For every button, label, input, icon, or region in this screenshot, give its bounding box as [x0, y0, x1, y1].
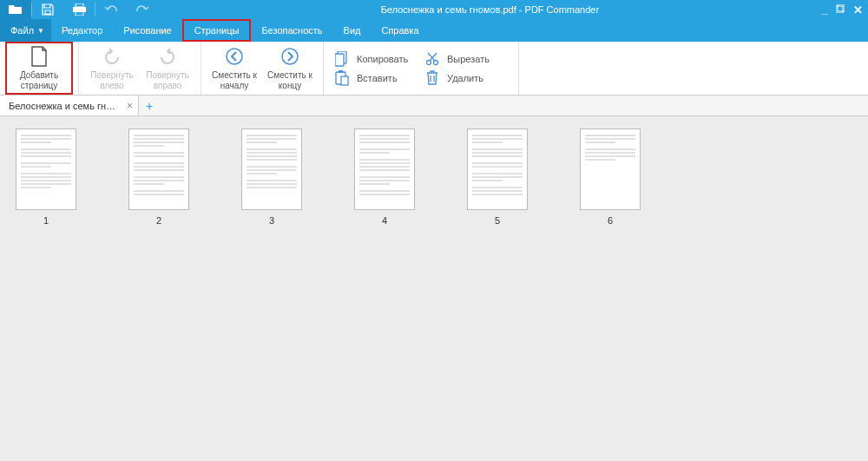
thumbnail-item[interactable]: 1 — [16, 128, 76, 226]
menu-pages[interactable]: Страницы — [182, 19, 252, 42]
page-number-label: 1 — [43, 215, 49, 226]
trash-icon — [424, 70, 440, 85]
label-l2: началу — [220, 81, 248, 91]
svg-point-10 — [434, 60, 438, 64]
menu-drawing[interactable]: Рисование — [113, 19, 181, 42]
svg-rect-8 — [335, 54, 344, 66]
document-tab[interactable]: Белоснежка и семь гном... × — [0, 95, 139, 115]
svg-point-6 — [282, 49, 298, 64]
ribbon-group-shift: Сместить к началу Сместить к концу — [201, 42, 324, 95]
label-l1: Добавить — [20, 70, 58, 81]
svg-rect-13 — [341, 76, 348, 85]
page-thumbnail — [467, 128, 528, 210]
svg-rect-4 — [838, 4, 845, 11]
label-l2: влево — [100, 81, 123, 91]
maximize-icon[interactable] — [836, 4, 845, 15]
label: Вырезать — [447, 54, 490, 64]
thumbnail-item[interactable]: 2 — [128, 128, 189, 226]
document-tab-label: Белоснежка и семь гном... — [9, 101, 120, 111]
menu-help[interactable]: Справка — [371, 19, 429, 42]
svg-rect-3 — [836, 6, 843, 13]
titlebar-left — [0, 0, 158, 19]
label-l1: Сместить к — [267, 70, 312, 81]
menu-security[interactable]: Безопасность — [251, 19, 332, 42]
page-thumbnail — [128, 128, 189, 210]
rotate-right-icon — [158, 46, 177, 67]
cut-button[interactable]: Вырезать — [424, 51, 508, 67]
scissors-icon — [424, 52, 440, 66]
thumbnail-item[interactable]: 3 — [241, 128, 302, 226]
page-number-label: 2 — [156, 215, 161, 226]
delete-button[interactable]: Удалить — [424, 70, 508, 86]
window-controls: _ ✕ — [822, 0, 868, 19]
copy-icon — [334, 51, 350, 67]
menu-bar: Файл ▼ Редактор Рисование Страницы Безоп… — [0, 19, 868, 42]
rotate-right-button[interactable]: Повернуть вправо — [140, 42, 195, 95]
svg-rect-12 — [339, 70, 343, 73]
rotate-left-button[interactable]: Повернуть влево — [84, 42, 140, 95]
menu-editor[interactable]: Редактор — [51, 19, 113, 42]
svg-rect-0 — [76, 3, 83, 7]
arrow-right-circle-icon — [280, 46, 299, 67]
chevron-down-icon: ▼ — [37, 27, 44, 35]
ribbon-group-clipboard: Копировать Вырезать Вставить Удалить — [324, 42, 519, 95]
svg-rect-1 — [73, 7, 86, 12]
label-l2: страницу — [21, 81, 58, 91]
close-tab-icon[interactable]: × — [127, 100, 133, 112]
ribbon-group-add: Добавить страницу — [0, 42, 79, 95]
close-icon[interactable]: ✕ — [853, 3, 863, 16]
title-bar: Белоснежка и семь гномов.pdf - PDF Comma… — [0, 0, 868, 19]
menu-file-label: Файл — [10, 25, 34, 36]
label: Вставить — [357, 73, 398, 83]
undo-button[interactable] — [95, 0, 127, 19]
rotate-left-icon — [102, 46, 122, 67]
open-folder-button[interactable] — [0, 0, 31, 19]
svg-point-9 — [427, 60, 431, 64]
page-number-label: 5 — [495, 215, 500, 226]
shift-start-button[interactable]: Сместить к началу — [207, 42, 262, 95]
menu-view[interactable]: Вид — [333, 19, 372, 42]
label: Удалить — [447, 73, 483, 83]
ribbon-group-rotate: Повернуть влево Повернуть вправо — [79, 42, 201, 95]
label-l1: Повернуть — [146, 70, 188, 81]
add-tab-button[interactable]: + — [139, 95, 160, 115]
thumbnail-item[interactable]: 4 — [354, 128, 415, 226]
label-l1: Повернуть — [90, 70, 133, 81]
thumbnail-item[interactable]: 5 — [467, 128, 528, 226]
print-button[interactable] — [63, 0, 95, 19]
redo-button[interactable] — [127, 0, 158, 19]
page-icon — [30, 46, 48, 67]
document-tab-bar: Белоснежка и семь гном... × + — [0, 95, 868, 116]
page-thumbnail — [354, 128, 415, 210]
menu-file[interactable]: Файл ▼ — [0, 19, 51, 42]
save-button[interactable] — [32, 0, 63, 19]
label: Копировать — [357, 54, 408, 64]
shift-end-button[interactable]: Сместить к концу — [262, 42, 318, 95]
svg-point-5 — [227, 49, 242, 64]
page-thumbnail — [241, 128, 302, 210]
window-title: Белоснежка и семь гномов.pdf - PDF Comma… — [158, 4, 822, 15]
label-l2: вправо — [154, 81, 182, 91]
minimize-icon[interactable]: _ — [822, 4, 827, 15]
page-number-label: 3 — [269, 215, 274, 226]
thumbnail-item[interactable]: 6 — [580, 128, 641, 226]
arrow-left-circle-icon — [225, 46, 244, 67]
page-thumbnail — [16, 128, 76, 210]
page-number-label: 6 — [608, 215, 613, 226]
page-number-label: 4 — [382, 215, 387, 226]
ribbon-toolbar: Добавить страницу Повернуть влево Поверн… — [0, 42, 868, 95]
page-thumbnails-workspace: 1 2 3 4 5 6 — [0, 116, 868, 461]
paste-button[interactable]: Вставить — [334, 70, 418, 86]
add-page-button[interactable]: Добавить страницу — [5, 42, 73, 95]
copy-button[interactable]: Копировать — [334, 51, 418, 67]
label-l2: концу — [279, 81, 301, 91]
label-l1: Сместить к — [212, 70, 257, 81]
page-thumbnail — [580, 128, 641, 210]
paste-icon — [334, 70, 350, 86]
